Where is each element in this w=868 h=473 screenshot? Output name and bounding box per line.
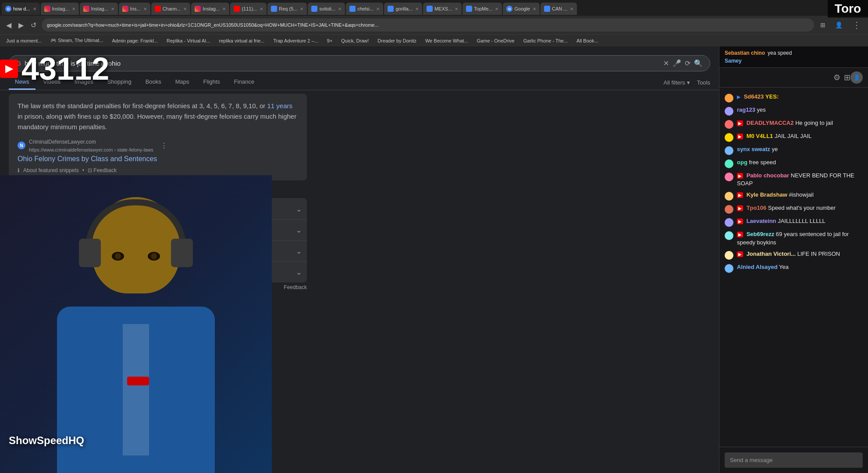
bookmark-9plus[interactable]: 9+ [324, 37, 335, 44]
viewer-counter: ▶ 43112 [0, 51, 109, 87]
webcam-overlay: ShowSpeedHQ [0, 175, 272, 473]
tab-close-icon[interactable]: ✕ [495, 7, 498, 11]
chat-gear-icon[interactable]: ⚙ [833, 73, 840, 82]
tab-mexs[interactable]: MEXS... ✕ [423, 3, 462, 15]
clear-search-icon[interactable]: ✕ [663, 59, 669, 67]
tab-ins[interactable]: Ins... ✕ [119, 3, 150, 15]
extensions-icon[interactable]: ⊞ [817, 20, 829, 30]
feedback-icon: ⊡ [88, 167, 92, 173]
top-messages: Sebastian chino yea speed Samey [725, 50, 863, 64]
tab-close-icon[interactable]: ✕ [300, 7, 303, 11]
profile-icon[interactable]: 👤 [832, 20, 846, 30]
voice-search-icon[interactable]: 🎤 [672, 59, 681, 67]
snippet-more-icon[interactable]: ⋮ [160, 141, 167, 150]
tab-close-icon[interactable]: ✕ [533, 7, 536, 11]
address-bar[interactable]: google.com/search?q=how+much+time+is+jai… [42, 18, 814, 32]
chat-username-opg: opg [737, 159, 747, 166]
tab-how-d[interactable]: G how d... ✕ [2, 3, 40, 15]
bookmark-admin[interactable]: Admin page: Frankl... [109, 37, 160, 44]
chat-username-alnied: Alnied Alsayed [737, 264, 778, 270]
bookmark-trap[interactable]: Trap Adventure 2 –... [270, 37, 320, 44]
tab-topme[interactable]: TopMe... ✕ [462, 3, 502, 15]
bookmark-just-a-moment[interactable]: Just a moment... [4, 37, 44, 44]
snippet-link[interactable]: Ohio Felony Crimes by Class and Sentence… [18, 155, 298, 163]
wristband [127, 377, 149, 385]
chat-text-tpo106: Speed what's your number [768, 205, 836, 211]
tab-instagram-3[interactable]: Instag... ✕ [191, 3, 229, 15]
forward-button[interactable]: ▶ [16, 19, 26, 31]
chat-message-seb69rezz: ▶ Seb69rezz 69 years sentenced to jail f… [719, 229, 868, 248]
chat-input[interactable]: Send a message [725, 452, 863, 468]
tab-close-icon[interactable]: ✕ [222, 7, 226, 11]
chat-message-synx: synx sweatz ye [719, 144, 868, 157]
tab-close-icon[interactable]: ✕ [455, 7, 458, 11]
tab-close-icon[interactable]: ✕ [570, 7, 573, 11]
tab-flights[interactable]: Flights [197, 75, 226, 90]
bookmark-we-become[interactable]: We Become What... [423, 37, 471, 44]
reload-button[interactable]: ↺ [28, 19, 39, 31]
chat-grid-icon[interactable]: ⊞ [844, 73, 850, 82]
tab-svitoli[interactable]: svitoli... ✕ [308, 3, 345, 15]
chat-message-pablo: ▶ Pablo chocobar NEVER BEND FOR THE SOAP [719, 170, 868, 189]
tab-close-icon[interactable]: ✕ [415, 7, 419, 11]
bookmark-replika[interactable]: Replika - Virtual AI... [164, 37, 213, 44]
nav-buttons: ◀ ▶ ↺ [4, 19, 39, 31]
google-search-bar[interactable]: G how much time is jail time in ohio ✕ 🎤… [9, 55, 710, 71]
chat-input-area: Send a message [719, 447, 868, 473]
tools-button[interactable]: Tools [697, 79, 710, 86]
chat-avatar-mov4ll1 [725, 133, 733, 142]
menu-icon[interactable]: ⋮ [849, 18, 864, 32]
chat-text-alnied: Yea [779, 264, 789, 270]
chat-panel: Sebastian chino yea speed Samey ⚙ ⊞ 👤 ▶ … [719, 46, 868, 473]
bookmark-all-books[interactable]: All Book... [574, 37, 601, 44]
tab-close-icon[interactable]: ✕ [376, 7, 380, 11]
bookmark-garlic[interactable]: Garlic Phone - The... [521, 37, 570, 44]
tab-close-icon[interactable]: ✕ [111, 7, 114, 11]
chat-text-laevateinn: JAILLLLLLL LLLLL [778, 218, 825, 224]
tab-books[interactable]: Books [139, 75, 167, 90]
chat-text-rag123: yes [757, 106, 766, 113]
chat-avatar-sd6423 [725, 94, 733, 102]
tab-111[interactable]: (111)... ✕ [230, 3, 267, 15]
chat-avatar-pablo [725, 173, 733, 181]
tab-chelsi[interactable]: chelsi... ✕ [346, 3, 383, 15]
all-filters-button[interactable]: All filters ▾ [664, 79, 690, 86]
tab-instagram-2[interactable]: Instag... ✕ [80, 3, 118, 15]
tab-close-icon[interactable]: ✕ [338, 7, 342, 11]
tab-close-icon[interactable]: ✕ [183, 7, 187, 11]
toro-badge: Toro [828, 0, 868, 18]
tab-can[interactable]: CAN ... ✕ [541, 3, 577, 15]
chat-avatar-jonathan [725, 251, 733, 260]
filter-chevron-icon: ▾ [687, 79, 690, 86]
tab-req[interactable]: Req (5... ✕ [267, 3, 307, 15]
tab-google[interactable]: G Google ✕ [503, 3, 539, 15]
chat-message-laevateinn: ▶ Laevateinn JAILLLLLLL LLLLL [719, 215, 868, 229]
tab-close-icon[interactable]: ✕ [260, 7, 263, 11]
tab-close-icon[interactable]: ✕ [143, 7, 147, 11]
chat-message-mov4ll1: ▶ M0 V4LL1 JAIL JAIL JAIL [719, 131, 868, 144]
search-panel: ▶ 43112 G how much time is jail time in … [0, 46, 719, 473]
snippet-feedback-link[interactable]: ⊡ Feedback [88, 167, 117, 173]
mod-badge-deadlymacca2: ▶ [737, 120, 743, 126]
lens-search-icon[interactable]: ⟳ [685, 59, 690, 67]
tab-finance[interactable]: Finance [228, 75, 260, 90]
tab-chann[interactable]: Chann... ✕ [151, 3, 191, 15]
mod-badge-laevateinn: ▶ [737, 219, 743, 224]
tab-gorilla[interactable]: gorilla... ✕ [384, 3, 422, 15]
back-button[interactable]: ◀ [4, 19, 14, 31]
user-avatar[interactable]: 👤 [850, 71, 863, 84]
webcam-background [0, 175, 272, 473]
tab-instagram-1[interactable]: Instag... ✕ [41, 3, 79, 15]
bookmark-game[interactable]: Game - OneDrive [474, 37, 517, 44]
bookmark-steam[interactable]: 🎮 Steam, The Ultimat... [48, 37, 106, 44]
bookmark-dreader[interactable]: Dreader by Donitz [375, 37, 419, 44]
tab-maps[interactable]: Maps [169, 75, 196, 90]
tab-close-icon[interactable]: ✕ [33, 7, 36, 11]
tab-close-icon[interactable]: ✕ [72, 7, 75, 11]
chat-username-tpo106: Tpo106 [747, 205, 767, 211]
bookmark-replika2[interactable]: replika virtual ai frie... [217, 37, 267, 44]
search-submit-icon[interactable]: 🔍 [694, 59, 703, 67]
chat-avatar-rag123 [725, 107, 733, 116]
bookmark-quick-draw[interactable]: Quick, Draw! [338, 37, 371, 44]
chat-text-mov4ll1: JAIL JAIL JAIL [775, 133, 811, 139]
